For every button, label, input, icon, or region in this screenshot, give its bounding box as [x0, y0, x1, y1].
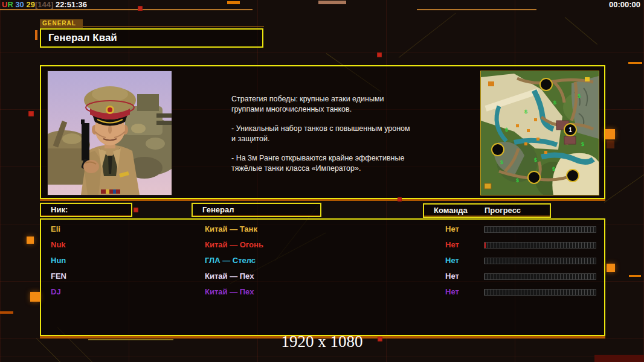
resolution-label: 1920 x 1080: [0, 332, 644, 351]
stat-segment: R: [7, 0, 13, 9]
player-row[interactable]: DJКитай — ПехНет: [42, 285, 603, 299]
player-team: Нет: [445, 269, 459, 284]
general-tab-line: [83, 26, 264, 27]
svg-text:$: $: [516, 177, 519, 183]
player-team: Нет: [445, 253, 459, 268]
red-square: [138, 6, 143, 11]
svg-text:1: 1: [568, 127, 572, 133]
player-row[interactable]: FENКитай — ПехНет: [42, 269, 603, 284]
header-general-label: Генерал: [202, 204, 234, 216]
svg-text:$: $: [581, 141, 584, 147]
player-progress-bar: [484, 273, 596, 280]
circuit-trace: [399, 13, 456, 58]
session-stats: UR 30 29[144] 22:51:36: [2, 0, 87, 9]
description-paragraph: - На 3м Ранге открываются крайне эффекти…: [231, 153, 434, 173]
loading-screen: UR 30 29[144] 22:51:36 00:00:00 GENERAL …: [0, 0, 644, 362]
player-team: Нет: [445, 285, 459, 299]
player-nick: Hun: [51, 253, 66, 268]
header-nick-label: Ник:: [51, 204, 68, 216]
map-preview-minimap: 1 $$$ $$$ $$$: [480, 71, 599, 195]
header-nick: Ник:: [40, 203, 132, 217]
stat-segment: [144]: [35, 0, 53, 9]
player-nick: Eli: [51, 222, 60, 237]
player-general: Китай — Пех: [205, 269, 254, 284]
player-progress-bar: [484, 242, 596, 249]
player-general: Китай — Огонь: [205, 238, 263, 252]
orange-tick: [35, 30, 37, 40]
red-square: [28, 111, 34, 116]
topbar-underline: [0, 9, 253, 10]
general-tab: GENERAL: [40, 19, 83, 28]
player-progress-bar: [484, 289, 596, 296]
player-nick: Nuk: [51, 238, 66, 252]
red-square: [134, 208, 138, 212]
corner-accent: [594, 355, 644, 362]
player-list-box: EliКитай — ТанкНетNukКитай — ОгоньНетHun…: [40, 218, 605, 336]
general-title-box: Генерал Квай: [40, 28, 263, 48]
svg-text:$: $: [500, 159, 503, 165]
svg-text:$: $: [534, 157, 537, 163]
orange-dash: [629, 275, 641, 277]
circuit-trace: [565, 17, 597, 45]
header-team-progress: Команда Прогресс: [423, 203, 551, 218]
red-square: [398, 197, 402, 202]
red-square: [377, 52, 382, 57]
topbar-underline-2: [417, 9, 536, 10]
dim-square: [607, 141, 614, 148]
general-portrait: [47, 71, 172, 195]
orange-square: [607, 264, 615, 272]
circuit-trace: [604, 173, 644, 203]
game-timer: 00:00:00: [609, 0, 640, 9]
player-row[interactable]: NukКитай — ОгоньНет: [42, 238, 603, 252]
player-general: ГЛА — Стелс: [205, 253, 256, 268]
player-team: Нет: [445, 238, 459, 252]
player-list: EliКитай — ТанкНетNukКитай — ОгоньНетHun…: [42, 221, 603, 334]
header-team-label: Команда: [434, 205, 468, 217]
svg-text:$: $: [524, 109, 527, 115]
header-progress-label: Прогресс: [485, 205, 521, 217]
player-progress-bar: [484, 258, 596, 264]
player-row[interactable]: HunГЛА — СтелсНет: [42, 253, 603, 268]
svg-text:$: $: [552, 166, 555, 172]
stat-segment: 29: [24, 0, 35, 9]
header-general: Генерал: [192, 203, 321, 217]
player-nick: FEN: [51, 269, 66, 284]
player-general: Китай — Танк: [205, 222, 257, 237]
orange-dash: [227, 1, 240, 4]
orange-dash: [0, 311, 13, 314]
player-nick: DJ: [51, 285, 61, 299]
player-progress-fill: [485, 243, 486, 248]
svg-text:$: $: [505, 127, 508, 133]
player-progress-bar: [484, 226, 596, 233]
general-description: Стратегия победы: крупные атаки едиными …: [231, 94, 434, 183]
tan-dash: [318, 1, 346, 4]
stat-segment: 30: [13, 0, 24, 9]
orange-square: [27, 237, 34, 244]
svg-text:$: $: [578, 93, 581, 99]
orange-dash: [628, 62, 642, 64]
general-title: Генерал Квай: [41, 30, 262, 46]
description-paragraph: Стратегия победы: крупные атаки едиными …: [231, 94, 434, 114]
orange-square: [605, 129, 615, 139]
player-general: Китай — Пех: [205, 285, 254, 299]
orange-square: [30, 292, 40, 302]
stat-segment: 22:51:36: [53, 0, 87, 9]
svg-text:$: $: [553, 100, 556, 106]
player-team: Нет: [445, 222, 459, 237]
stat-segment: U: [2, 0, 7, 9]
player-row[interactable]: EliКитай — ТанкНет: [42, 222, 603, 237]
description-paragraph: - Уникальный набор танков с повышенным у…: [231, 124, 434, 144]
